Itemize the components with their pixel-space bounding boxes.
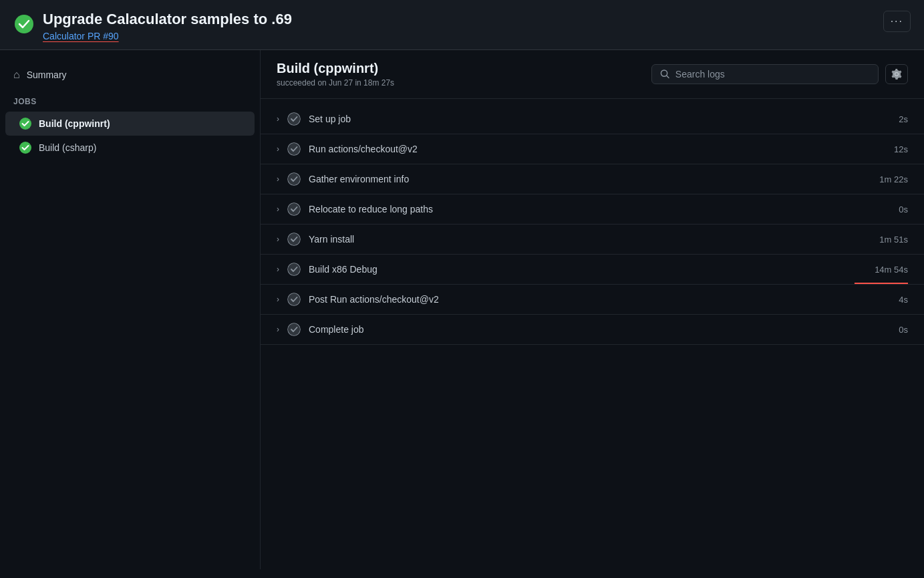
step-name: Yarn install xyxy=(309,234,879,245)
step-duration: 0s xyxy=(899,204,908,214)
step-item[interactable]: › Set up job 2s xyxy=(261,104,924,134)
step-chevron-icon: › xyxy=(277,295,279,304)
step-success-icon xyxy=(287,233,301,246)
home-icon: ⌂ xyxy=(13,69,20,81)
step-success-icon xyxy=(287,293,301,306)
svg-point-10 xyxy=(288,173,300,185)
content-header: Build (cppwinrt) succeeded on Jun 27 in … xyxy=(261,50,924,99)
step-item[interactable]: › Gather environment info 1m 22s xyxy=(261,164,924,194)
step-duration: 0s xyxy=(899,325,908,335)
job-success-icon-cppwinrt xyxy=(19,117,32,130)
more-options-button[interactable]: ··· xyxy=(883,11,911,32)
step-duration: 2s xyxy=(899,114,908,124)
search-icon xyxy=(660,69,670,80)
search-logs-box[interactable] xyxy=(651,64,879,84)
header-success-icon xyxy=(13,13,35,35)
header-left: Upgrade Calaculator samples to .69 Calcu… xyxy=(13,11,292,41)
pr-link[interactable]: Calculator PR #90 xyxy=(43,31,292,41)
step-item[interactable]: › Post Run actions/checkout@v2 4s xyxy=(261,285,924,315)
svg-point-2 xyxy=(19,142,31,154)
svg-point-8 xyxy=(288,143,300,155)
main-layout: ⌂ Summary Jobs Build (cppwinrt) Build (c… xyxy=(0,50,924,569)
step-chevron-icon: › xyxy=(277,144,279,154)
step-duration: 4s xyxy=(899,295,908,305)
step-item[interactable]: › Run actions/checkout@v2 12s xyxy=(261,134,924,164)
step-duration: 14m 54s xyxy=(875,265,908,275)
step-chevron-icon: › xyxy=(277,265,279,274)
step-success-icon xyxy=(287,172,301,186)
content-actions xyxy=(651,64,908,84)
svg-point-1 xyxy=(19,118,31,130)
duration-bar xyxy=(855,283,908,284)
step-chevron-icon: › xyxy=(277,204,279,214)
svg-line-4 xyxy=(667,76,669,78)
jobs-section-label: Jobs xyxy=(0,86,260,112)
gear-icon xyxy=(891,69,902,80)
sidebar-summary-label: Summary xyxy=(27,69,67,80)
settings-button[interactable] xyxy=(885,64,908,84)
step-success-icon xyxy=(287,202,301,216)
sidebar-job-label-cppwinrt: Build (cppwinrt) xyxy=(39,118,110,129)
sidebar-job-label-csharp: Build (csharp) xyxy=(39,142,96,153)
svg-point-6 xyxy=(288,113,300,125)
content-title-block: Build (cppwinrt) succeeded on Jun 27 in … xyxy=(277,61,394,88)
svg-point-12 xyxy=(288,203,300,215)
step-chevron-icon: › xyxy=(277,174,279,184)
steps-list: › Set up job 2s › Run actions/checkout@v… xyxy=(261,99,924,569)
job-title: Build (cppwinrt) xyxy=(277,61,394,76)
step-success-icon xyxy=(287,323,301,336)
step-name: Set up job xyxy=(309,114,899,124)
step-item[interactable]: › Yarn install 1m 51s xyxy=(261,225,924,255)
svg-point-16 xyxy=(288,263,300,275)
step-name: Relocate to reduce long paths xyxy=(309,204,899,214)
svg-point-0 xyxy=(15,15,33,33)
step-item[interactable]: › Build x86 Debug 14m 54s xyxy=(261,255,924,285)
step-duration: 1m 22s xyxy=(879,174,908,184)
sidebar-item-build-csharp[interactable]: Build (csharp) xyxy=(5,136,255,160)
step-name: Run actions/checkout@v2 xyxy=(309,144,894,154)
page-header: Upgrade Calaculator samples to .69 Calcu… xyxy=(0,0,924,50)
svg-point-18 xyxy=(288,293,300,305)
step-chevron-icon: › xyxy=(277,235,279,244)
job-success-icon-csharp xyxy=(19,141,32,154)
sidebar-item-build-cppwinrt[interactable]: Build (cppwinrt) xyxy=(5,112,255,136)
step-chevron-icon: › xyxy=(277,325,279,334)
sidebar-summary-item[interactable]: ⌂ Summary xyxy=(0,63,260,86)
job-status: succeeded on Jun 27 in 18m 27s xyxy=(277,78,394,88)
header-title-block: Upgrade Calaculator samples to .69 Calcu… xyxy=(43,11,292,41)
step-chevron-icon: › xyxy=(277,114,279,124)
step-success-icon xyxy=(287,263,301,276)
step-success-icon xyxy=(287,142,301,156)
step-item[interactable]: › Complete job 0s xyxy=(261,315,924,345)
step-name: Gather environment info xyxy=(309,174,879,184)
step-duration: 1m 51s xyxy=(879,235,908,245)
page-title: Upgrade Calaculator samples to .69 xyxy=(43,11,292,28)
step-name: Post Run actions/checkout@v2 xyxy=(309,294,899,305)
step-duration: 12s xyxy=(894,144,908,154)
sidebar: ⌂ Summary Jobs Build (cppwinrt) Build (c… xyxy=(0,50,261,569)
step-name: Complete job xyxy=(309,324,899,335)
step-success-icon xyxy=(287,112,301,126)
content-area: Build (cppwinrt) succeeded on Jun 27 in … xyxy=(261,50,924,569)
step-item[interactable]: › Relocate to reduce long paths 0s xyxy=(261,194,924,225)
search-logs-input[interactable] xyxy=(675,69,870,80)
svg-point-20 xyxy=(288,323,300,335)
svg-point-14 xyxy=(288,233,300,245)
step-name: Build x86 Debug xyxy=(309,264,875,275)
